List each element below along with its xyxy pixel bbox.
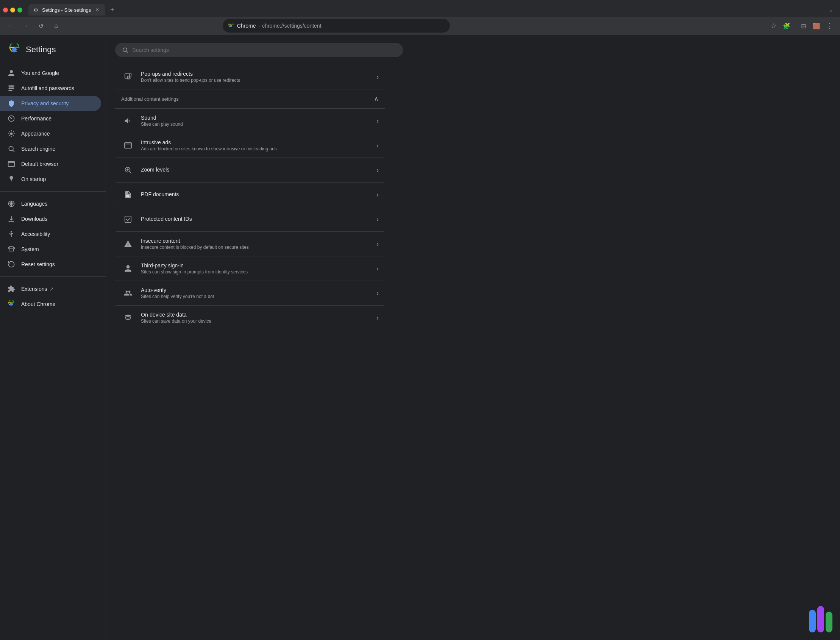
address-text: Chrome › chrome://settings/content bbox=[237, 23, 322, 29]
nav-extensions[interactable]: Extensions ↗ bbox=[0, 282, 101, 296]
popups-desc: Don't allow sites to send pop-ups or use… bbox=[141, 78, 373, 83]
menu-button[interactable]: ⋮ bbox=[823, 20, 835, 32]
reload-button[interactable]: ↺ bbox=[35, 20, 47, 32]
sound-chevron-icon: › bbox=[376, 117, 379, 125]
profile-button[interactable]: 🟫 bbox=[810, 20, 822, 32]
bookmark-button[interactable]: ☆ bbox=[768, 20, 780, 32]
home-button[interactable]: ⌂ bbox=[50, 20, 62, 32]
list-item-on-device-data[interactable]: On-device site data Sites can save data … bbox=[115, 306, 385, 330]
active-tab[interactable]: ⚙ Settings - Site settings ✕ bbox=[29, 4, 105, 16]
insecure-content-desc: Insecure content is blocked by default o… bbox=[141, 245, 373, 250]
list-item-third-party-signin[interactable]: Third-party sign-in Sites can show sign-… bbox=[115, 256, 385, 281]
search-engine-icon bbox=[8, 145, 15, 153]
on-device-data-chevron-icon: › bbox=[376, 314, 379, 322]
protected-content-chevron-icon: › bbox=[376, 216, 379, 224]
address-path: chrome://settings/content bbox=[262, 23, 321, 29]
additional-content-header[interactable]: Additional content settings ∧ bbox=[115, 90, 385, 109]
svg-point-12 bbox=[11, 231, 12, 232]
svg-rect-2 bbox=[9, 86, 14, 87]
chrome-favicon-icon bbox=[228, 23, 234, 29]
list-item-auto-verify[interactable]: Auto-verify Sites can help verify you're… bbox=[115, 281, 385, 306]
list-item-popups[interactable]: Pop-ups and redirects Don't allow sites … bbox=[115, 65, 385, 90]
sound-content: Sound Sites can play sound bbox=[141, 115, 373, 127]
svg-rect-4 bbox=[9, 90, 13, 91]
section-chevron-icon: ∧ bbox=[374, 95, 379, 103]
performance-icon bbox=[8, 115, 15, 122]
maximize-window-button[interactable] bbox=[18, 8, 22, 13]
nav-label-extensions: Extensions bbox=[21, 286, 47, 292]
list-item-intrusive-ads[interactable]: Intrusive ads Ads are blocked on sites k… bbox=[115, 133, 385, 158]
back-button[interactable]: ← bbox=[5, 20, 17, 32]
list-item-zoom[interactable]: Zoom levels › bbox=[115, 158, 385, 182]
pdf-chevron-icon: › bbox=[376, 191, 379, 199]
sidebar: Settings You and Google Autofill and pas… bbox=[0, 35, 106, 640]
content-list: Pop-ups and redirects Don't allow sites … bbox=[106, 65, 394, 339]
insecure-content-icon bbox=[121, 237, 135, 251]
settings-page-title: Settings bbox=[26, 45, 56, 54]
list-item-pdf[interactable]: PDF PDF documents › bbox=[115, 182, 385, 207]
nav-appearance[interactable]: Appearance bbox=[0, 126, 101, 141]
list-item-insecure-content[interactable]: Insecure content Insecure content is blo… bbox=[115, 232, 385, 256]
side-panel-button[interactable]: ⊟ bbox=[798, 20, 810, 32]
zoom-content: Zoom levels bbox=[141, 166, 373, 173]
settings-header: Settings bbox=[0, 43, 106, 66]
list-item-protected-content[interactable]: Protected content IDs › bbox=[115, 207, 385, 232]
third-party-signin-icon bbox=[121, 262, 135, 275]
forward-button[interactable]: → bbox=[20, 20, 32, 32]
sound-desc: Sites can play sound bbox=[141, 122, 373, 127]
list-item-sound[interactable]: Sound Sites can play sound › bbox=[115, 109, 385, 133]
close-window-button[interactable] bbox=[3, 8, 8, 13]
extensions-nav-icon bbox=[8, 285, 15, 293]
downloads-icon bbox=[8, 215, 15, 223]
nav-label-on-startup: On startup bbox=[21, 176, 46, 182]
nav-languages[interactable]: Languages bbox=[0, 196, 101, 211]
sound-title: Sound bbox=[141, 115, 373, 121]
accessibility-icon bbox=[8, 230, 15, 238]
nav-reset-settings[interactable]: Reset settings bbox=[0, 257, 101, 272]
nav-privacy-security[interactable]: Privacy and security bbox=[0, 96, 101, 111]
search-bar[interactable] bbox=[115, 43, 403, 57]
on-device-data-icon bbox=[121, 311, 135, 325]
appearance-icon bbox=[8, 130, 15, 138]
nav-about-chrome[interactable]: About Chrome bbox=[0, 296, 101, 312]
nav-downloads[interactable]: Downloads bbox=[0, 211, 101, 226]
tab-favicon-icon: ⚙ bbox=[33, 7, 39, 13]
nav-performance[interactable]: Performance bbox=[0, 111, 101, 126]
nav-label-performance: Performance bbox=[21, 115, 51, 122]
nav-accessibility[interactable]: Accessibility bbox=[0, 226, 101, 242]
extensions-label-row: Extensions ↗ bbox=[21, 286, 94, 292]
content-area: Pop-ups and redirects Don't allow sites … bbox=[106, 35, 840, 640]
nav-on-startup[interactable]: On startup bbox=[0, 171, 101, 187]
color-bar-green bbox=[826, 611, 832, 632]
svg-rect-10 bbox=[8, 161, 15, 162]
window-controls bbox=[3, 8, 22, 13]
search-input[interactable] bbox=[132, 47, 396, 53]
svg-point-7 bbox=[10, 133, 13, 135]
auto-verify-content: Auto-verify Sites can help verify you're… bbox=[141, 287, 373, 299]
nav-autofill-passwords[interactable]: Autofill and passwords bbox=[0, 81, 101, 96]
address-bar[interactable]: Chrome › chrome://settings/content bbox=[223, 19, 450, 32]
svg-point-6 bbox=[11, 118, 12, 119]
nav-search-engine[interactable]: Search engine bbox=[0, 141, 101, 157]
chrome-settings-logo bbox=[8, 43, 21, 56]
popups-title: Pop-ups and redirects bbox=[141, 71, 373, 77]
pdf-title: PDF documents bbox=[141, 191, 373, 197]
toolbar-divider bbox=[795, 21, 795, 30]
minimize-window-button[interactable] bbox=[10, 8, 15, 13]
nav-label-autofill: Autofill and passwords bbox=[21, 85, 74, 91]
third-party-signin-chevron-icon: › bbox=[376, 265, 379, 273]
new-tab-button[interactable]: + bbox=[107, 5, 117, 15]
close-tab-button[interactable]: ✕ bbox=[94, 6, 101, 13]
color-bar-blue bbox=[809, 610, 816, 632]
nav-you-and-google[interactable]: You and Google bbox=[0, 66, 101, 81]
intrusive-ads-title: Intrusive ads bbox=[141, 139, 373, 146]
nav-divider-2 bbox=[0, 277, 106, 277]
nav-default-browser[interactable]: Default browser bbox=[0, 157, 101, 171]
tab-overflow-button[interactable]: ⌄ bbox=[825, 4, 837, 16]
color-bars-decoration bbox=[809, 606, 832, 632]
extensions-button[interactable]: 🧩 bbox=[781, 20, 793, 32]
nav-system[interactable]: System bbox=[0, 242, 101, 257]
svg-rect-3 bbox=[9, 88, 14, 89]
third-party-signin-content: Third-party sign-in Sites can show sign-… bbox=[141, 262, 373, 275]
shield-icon bbox=[8, 99, 15, 107]
